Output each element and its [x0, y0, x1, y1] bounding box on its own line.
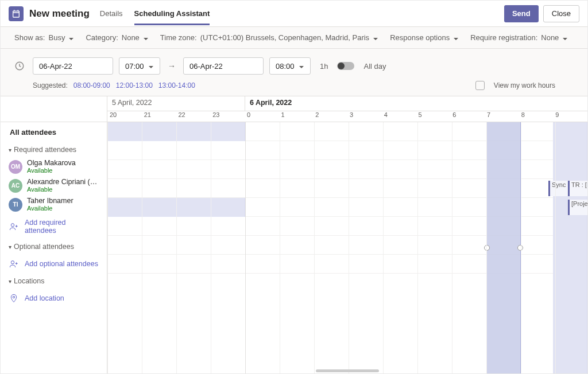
attendee-name: Alexandre Cipriani (nB…: [27, 178, 99, 186]
registration-dropdown[interactable]: Require registration: None: [470, 33, 568, 42]
selection-handle-right[interactable]: [517, 245, 523, 251]
hour-label: 7: [485, 111, 519, 122]
add-location[interactable]: Add location: [1, 289, 107, 308]
time-selection[interactable]: [486, 122, 521, 373]
avatar: OM: [9, 160, 22, 174]
locations-header[interactable]: Locations: [1, 274, 107, 289]
chevron-down-icon: [562, 35, 568, 41]
hour-label: 22: [176, 111, 210, 122]
attendee-sidebar: All attendees Required attendees OM Olga…: [1, 96, 107, 373]
suggested-slot[interactable]: 08:00-09:00: [74, 81, 110, 89]
send-button[interactable]: Send: [504, 5, 539, 22]
avatar: AC: [9, 179, 22, 193]
add-optional-attendees[interactable]: Add optional attendees: [1, 254, 107, 274]
page-title: New meeting: [29, 8, 90, 20]
chevron-down-icon: [143, 35, 149, 41]
attendee-name: Olga Makarova: [27, 159, 76, 167]
close-button[interactable]: Close: [543, 5, 579, 22]
start-date-field[interactable]: 06-Apr-22: [33, 57, 113, 75]
arrow-right-icon: →: [166, 61, 177, 71]
suggested-slot[interactable]: 12:00-13:00: [116, 81, 153, 89]
view-work-hours-checkbox[interactable]: [475, 81, 485, 90]
hour-label: 6: [450, 111, 485, 122]
attendee-row[interactable]: OM Olga Makarova Available: [1, 157, 107, 176]
suggested-slot[interactable]: 13:00-14:00: [158, 81, 195, 89]
calendar-event[interactable]: Sync l: [548, 181, 568, 196]
attendee-status: Available: [27, 205, 74, 212]
hour-label: 4: [382, 111, 416, 122]
chevron-down-icon: [299, 63, 304, 69]
show-as-dropdown[interactable]: Show as: Busy: [14, 33, 74, 42]
add-required-attendees[interactable]: Add required attendees: [1, 214, 107, 239]
tab-scheduling-assistant[interactable]: Scheduling Assistant: [134, 2, 210, 25]
chevron-down-icon: [68, 35, 74, 41]
hour-label: 20: [107, 111, 142, 122]
svg-point-3: [13, 296, 14, 298]
view-work-hours-label: View my work hours: [494, 81, 555, 89]
attendee-name: Taher Ibnamer: [27, 197, 74, 205]
svg-point-1: [11, 224, 14, 227]
category-dropdown[interactable]: Category: None: [86, 33, 148, 42]
day-header-prev: 5 April, 2022: [107, 96, 245, 111]
hour-label: 8: [519, 111, 554, 122]
end-time-field[interactable]: 08:00: [269, 57, 311, 75]
optional-attendees-header[interactable]: Optional attendees: [1, 239, 107, 254]
response-options-dropdown[interactable]: Response options: [390, 33, 459, 42]
scheduling-grid[interactable]: 5 April, 2022 6 April, 2022 202122230123…: [107, 96, 587, 373]
hour-label: 21: [142, 111, 176, 122]
avatar: TI: [9, 198, 22, 212]
clock-icon: [14, 61, 25, 71]
duration-label: 1h: [320, 62, 328, 71]
end-date-field[interactable]: 06-Apr-22: [183, 57, 264, 75]
all-day-label: All day: [363, 62, 386, 71]
calendar-event[interactable]: [Projet: [568, 200, 587, 215]
selection-handle-left[interactable]: [484, 245, 490, 251]
attendee-status: Available: [27, 186, 99, 193]
attendee-status: Available: [27, 167, 76, 174]
day-header-current: 6 April, 2022: [245, 96, 587, 111]
calendar-app-icon: [9, 6, 24, 21]
chevron-down-icon: [148, 63, 154, 69]
hour-label: 5: [416, 111, 450, 122]
horizontal-scrollbar[interactable]: [316, 369, 379, 372]
chevron-down-icon: [373, 35, 378, 41]
required-attendees-header[interactable]: Required attendees: [1, 142, 107, 157]
hour-label: 3: [347, 111, 382, 122]
timezone-dropdown[interactable]: Time zone: (UTC+01:00) Brussels, Copenha…: [160, 33, 378, 42]
all-day-toggle[interactable]: [337, 62, 354, 70]
hour-label: 1: [279, 111, 314, 122]
hour-label: 23: [210, 111, 245, 122]
hour-label: 0: [245, 111, 279, 122]
all-attendees-label: All attendees: [1, 122, 107, 142]
hour-label: 9: [553, 111, 587, 122]
attendee-row[interactable]: AC Alexandre Cipriani (nB… Available: [1, 176, 107, 195]
chevron-down-icon: [453, 35, 459, 41]
location-icon: [9, 293, 19, 303]
hour-label: 2: [313, 111, 347, 122]
calendar-event[interactable]: TR : [Pr: [568, 181, 587, 196]
suggested-label: Suggested:: [33, 81, 68, 89]
start-time-field[interactable]: 07:00: [119, 57, 160, 75]
add-person-icon: [9, 221, 19, 232]
svg-point-2: [11, 261, 14, 264]
attendee-row[interactable]: TI Taher Ibnamer Available: [1, 195, 107, 214]
add-person-icon: [9, 259, 19, 269]
tab-details[interactable]: Details: [100, 2, 123, 25]
